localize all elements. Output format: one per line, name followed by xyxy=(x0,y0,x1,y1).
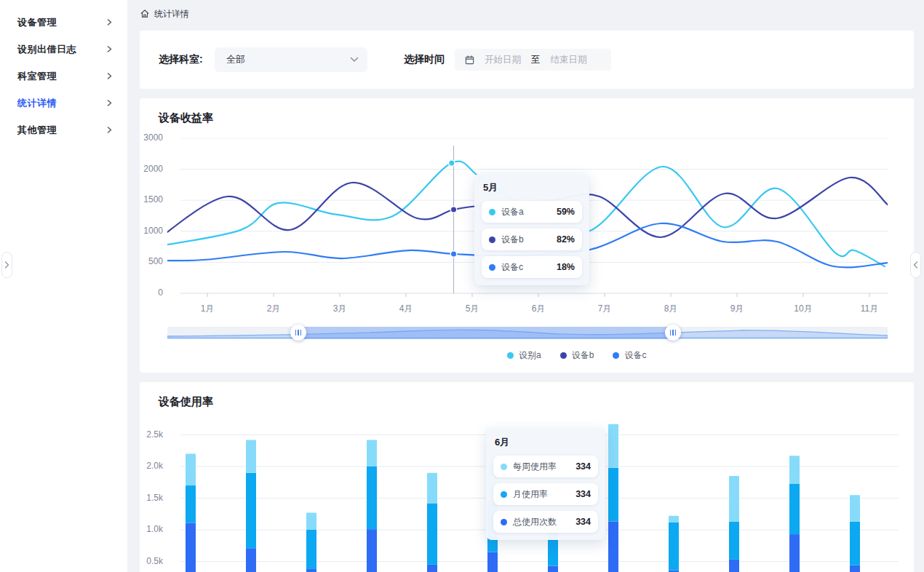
x-tick-label: 11月 xyxy=(855,303,884,315)
usage-chart-card: 设备使用率 2.5k2.0k1.5k1.0k0.5k 6月 每周使用率 334 … xyxy=(140,382,914,572)
revenue-chart-card: 设备收益率 30002000150010005000 1月2月3月4月5月6月7… xyxy=(140,98,914,373)
y-tick-label: 0.5k xyxy=(140,556,163,566)
sidebar-item-department[interactable]: 科室管理 xyxy=(0,63,127,90)
y-tick-label: 1000 xyxy=(140,226,163,236)
sidebar-item-label: 设别出借日志 xyxy=(17,43,76,56)
chevron-right-icon xyxy=(106,19,113,25)
datazoom-handle-right[interactable] xyxy=(665,325,681,341)
y-tick-label: 1.0k xyxy=(140,524,163,534)
tooltip-row: 月使用率 334 xyxy=(493,483,598,505)
y-tick-label: 2000 xyxy=(140,164,163,174)
chevron-right-icon xyxy=(106,127,113,133)
time-filter-label: 选择时间 xyxy=(404,53,445,66)
end-date-input[interactable]: 结束日期 xyxy=(551,54,587,66)
tooltip-title: 6月 xyxy=(495,436,598,449)
revenue-chart-title: 设备收益率 xyxy=(159,111,213,125)
datazoom-track xyxy=(167,327,888,339)
tooltip-series-value: 18% xyxy=(557,262,575,272)
sidebar-item-device-management[interactable]: 设备管理 xyxy=(0,9,127,36)
x-tick-label: 6月 xyxy=(524,303,553,315)
calendar-icon xyxy=(465,55,474,65)
x-tick-label: 9月 xyxy=(722,303,752,315)
sidebar-item-other[interactable]: 其他管理 xyxy=(0,116,127,143)
series-dot xyxy=(501,464,507,470)
chevron-right-icon xyxy=(4,261,9,269)
y-tick-label: 2.0k xyxy=(140,461,163,471)
sidebar-item-statistics[interactable]: 统计详情 xyxy=(0,90,127,116)
y-tick-label: 2.5k xyxy=(140,429,163,440)
x-tick-label: 7月 xyxy=(590,303,619,315)
datazoom-slider[interactable] xyxy=(167,327,888,339)
x-tick-label: 2月 xyxy=(259,303,288,315)
tooltip-series-name: 设备b xyxy=(501,234,557,246)
panel-collapse-handle[interactable] xyxy=(910,252,921,278)
datazoom-handle-left[interactable] xyxy=(290,325,306,341)
department-filter-label: 选择科室: xyxy=(159,53,203,66)
y-tick-label: 500 xyxy=(140,256,163,266)
y-tick-label: 3000 xyxy=(140,132,163,143)
tooltip-row: 每周使用率 334 xyxy=(493,456,598,477)
chevron-right-icon xyxy=(106,100,113,106)
date-range-picker[interactable]: 开始日期 至 结束日期 xyxy=(455,49,611,71)
y-tick-label: 1500 xyxy=(140,194,163,204)
x-tick-label: 1月 xyxy=(193,303,222,315)
usage-tooltip: 6月 每周使用率 334 月使用率 334 总使用次数 334 xyxy=(486,428,605,540)
tooltip-series-name: 设备a xyxy=(501,206,557,218)
tooltip-title: 5月 xyxy=(483,181,582,194)
legend-label: 设备b xyxy=(572,349,594,362)
tooltip-series-value: 334 xyxy=(575,517,591,527)
department-select-value: 全部 xyxy=(226,53,245,66)
legend-item-device-a[interactable]: 设别a xyxy=(507,349,541,362)
revenue-tooltip: 5月 设备a 59% 设备b 82% 设备c 18% xyxy=(474,173,589,285)
revenue-legend: 设别a 设备b 设备c xyxy=(507,349,646,362)
chevron-down-icon xyxy=(350,57,359,63)
x-tick-label: 4月 xyxy=(391,303,421,315)
breadcrumb: 统计详情 xyxy=(140,6,189,22)
usage-chart-title: 设备使用率 xyxy=(159,395,213,409)
legend-dot xyxy=(560,352,567,359)
chevron-right-icon xyxy=(106,46,113,52)
tooltip-series-value: 334 xyxy=(575,461,591,472)
tooltip-series-name: 每周使用率 xyxy=(513,461,575,473)
chevron-right-icon xyxy=(106,73,113,79)
sidebar-expand-handle[interactable] xyxy=(1,252,12,278)
filter-card: 选择科室: 全部 选择时间 开始日期 至 结束日期 xyxy=(140,31,914,89)
series-dot xyxy=(501,491,507,498)
breadcrumb-title: 统计详情 xyxy=(154,8,189,20)
x-tick-label: 10月 xyxy=(789,303,818,315)
tooltip-series-name: 设备c xyxy=(501,261,557,274)
home-icon xyxy=(140,9,150,19)
legend-dot xyxy=(507,352,514,359)
sidebar-item-label: 科室管理 xyxy=(17,70,57,83)
y-tick-label: 1.5k xyxy=(140,493,163,503)
start-date-input[interactable]: 开始日期 xyxy=(485,54,521,66)
legend-dot xyxy=(613,352,619,359)
tooltip-series-value: 59% xyxy=(557,207,575,217)
sidebar: 设备管理 设别出借日志 科室管理 统计详情 其他管理 xyxy=(0,0,128,572)
sidebar-item-label: 设备管理 xyxy=(17,16,57,29)
app-root: 设备管理 设别出借日志 科室管理 统计详情 其他管理 xyxy=(0,0,924,572)
sidebar-item-lend-log[interactable]: 设别出借日志 xyxy=(0,36,127,63)
legend-label: 设备c xyxy=(624,349,646,362)
x-tick-label: 3月 xyxy=(325,303,354,315)
series-dot xyxy=(501,519,507,525)
legend-item-device-b[interactable]: 设备b xyxy=(560,349,594,362)
series-dot xyxy=(489,209,495,215)
tooltip-row: 设备c 18% xyxy=(482,256,582,278)
tooltip-series-value: 82% xyxy=(557,234,575,245)
tooltip-series-name: 月使用率 xyxy=(513,488,575,501)
series-dot xyxy=(489,264,495,271)
sidebar-item-label: 统计详情 xyxy=(17,97,57,110)
legend-item-device-c[interactable]: 设备c xyxy=(613,349,646,362)
tooltip-series-name: 总使用次数 xyxy=(513,516,575,528)
tooltip-row: 总使用次数 334 xyxy=(493,511,598,533)
tooltip-row: 设备a 59% xyxy=(482,201,582,223)
tooltip-series-value: 334 xyxy=(575,489,591,499)
series-dot xyxy=(489,237,495,243)
department-select[interactable]: 全部 xyxy=(215,47,367,72)
date-separator: 至 xyxy=(531,54,541,66)
x-tick-label: 8月 xyxy=(656,303,685,315)
chevron-left-icon xyxy=(913,261,918,269)
tooltip-row: 设备b 82% xyxy=(482,229,582,250)
x-tick-label: 5月 xyxy=(458,303,487,315)
